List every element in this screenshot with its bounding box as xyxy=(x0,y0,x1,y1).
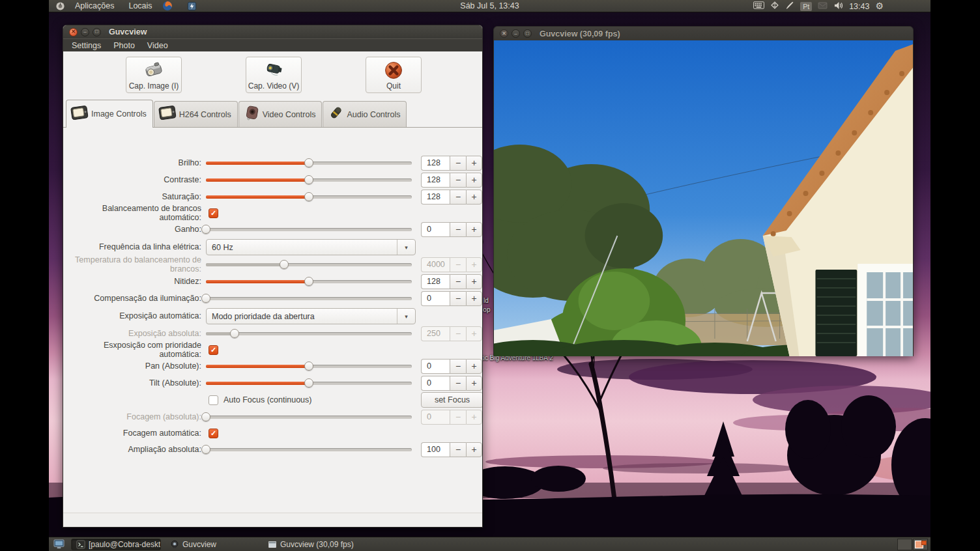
increase-button[interactable]: + xyxy=(466,291,482,306)
set-focus-button[interactable]: set Focus xyxy=(421,392,482,408)
increase-button[interactable]: + xyxy=(466,156,482,171)
decrease-button[interactable]: − xyxy=(450,222,466,237)
increase-button[interactable]: + xyxy=(466,376,482,391)
keyboard-indicator-icon[interactable] xyxy=(753,1,764,11)
value-field[interactable]: 128 xyxy=(421,156,450,171)
menu-aplicacoes[interactable]: Aplicações xyxy=(68,0,121,12)
workspace-1[interactable] xyxy=(897,539,912,550)
value-field[interactable]: 0 xyxy=(421,359,450,374)
decrease-button[interactable]: − xyxy=(450,291,466,306)
maximize-button[interactable]: □ xyxy=(523,29,532,38)
tab-h264-controls[interactable]: H264 Controls xyxy=(154,101,238,127)
slider-brilho[interactable] xyxy=(206,162,412,165)
slider-thumb[interactable] xyxy=(304,175,313,184)
panel-clock[interactable]: 13:43 xyxy=(849,2,869,11)
show-desktop-button[interactable] xyxy=(50,539,67,550)
menu-photo[interactable]: Photo xyxy=(108,40,140,51)
workspace-2[interactable] xyxy=(913,539,928,550)
slider-tilt-absolute[interactable] xyxy=(206,382,412,385)
tablet-stylus-icon[interactable] xyxy=(785,1,794,12)
distributor-logo-icon[interactable] xyxy=(53,0,67,12)
value-field[interactable]: 128 xyxy=(421,274,450,289)
slider-temperatura-do-balanceamento-de-brancos xyxy=(206,263,412,266)
value-field[interactable]: 128 xyxy=(421,173,450,188)
checkbox-auto-focus-continuous[interactable] xyxy=(209,395,218,405)
slider-thumb[interactable] xyxy=(304,378,313,388)
control-row-ganho: Ganho:0−+ xyxy=(66,221,480,238)
mail-icon[interactable] xyxy=(818,2,828,11)
slider-thumb[interactable] xyxy=(201,445,210,454)
decrease-button[interactable]: − xyxy=(450,156,466,171)
preview-titlebar[interactable]: ✕ – □ Guvcview (30,09 fps) xyxy=(494,27,913,40)
value-field[interactable]: 0 xyxy=(421,376,450,391)
value-field[interactable]: 128 xyxy=(421,190,450,205)
close-button[interactable]: ✕ xyxy=(69,28,78,36)
firefox-launcher-icon[interactable] xyxy=(160,0,175,12)
increase-button[interactable]: + xyxy=(466,222,482,237)
value-field: 4000 xyxy=(421,257,450,272)
maximize-button[interactable]: □ xyxy=(93,28,101,36)
decrease-button[interactable]: − xyxy=(450,173,466,188)
slider-nitidez[interactable] xyxy=(206,280,412,283)
checkbox-balanceamento-de-brancos-autom-tico[interactable]: ✓ xyxy=(209,208,218,218)
minimize-button[interactable]: – xyxy=(81,28,89,36)
increase-button: + xyxy=(466,410,482,425)
increase-button[interactable]: + xyxy=(466,190,482,205)
checkbox-esxposi-o-com-prioridade-autom-tica[interactable]: ✓ xyxy=(209,345,218,355)
cap-image-i-button[interactable]: Cap. Image (I) xyxy=(126,57,182,93)
dropdown-value: Modo prioridade da abertura xyxy=(207,309,397,324)
tab-image-controls[interactable]: Image Controls xyxy=(66,100,153,128)
increase-button[interactable]: + xyxy=(466,173,482,188)
value-field[interactable]: 0 xyxy=(421,222,450,237)
keyboard-layout-indicator[interactable]: Pt xyxy=(800,2,812,11)
slider-thumb[interactable] xyxy=(304,361,313,371)
slider-thumb[interactable] xyxy=(201,225,210,234)
tab-label: Audio Controls xyxy=(347,110,400,119)
slider-satura-o[interactable] xyxy=(206,195,412,199)
quit-button[interactable]: Quit xyxy=(366,57,422,93)
value-field[interactable]: 0 xyxy=(421,291,450,306)
app-launcher-icon[interactable] xyxy=(185,0,199,12)
volume-icon[interactable] xyxy=(833,1,843,12)
slider-thumb[interactable] xyxy=(201,294,210,303)
workspace-switcher[interactable] xyxy=(897,539,928,550)
tab-video-controls[interactable]: Video Controls xyxy=(238,101,323,127)
decrease-button[interactable]: − xyxy=(450,442,466,457)
slider-thumb[interactable] xyxy=(304,158,313,167)
increase-button[interactable]: + xyxy=(466,274,482,289)
decrease-button[interactable]: − xyxy=(450,359,466,374)
titlebar[interactable]: ✕ – □ Guvcview xyxy=(63,25,482,38)
control-label: Nitidez: xyxy=(66,277,206,286)
checkbox-focagem-autom-tica[interactable]: ✓ xyxy=(209,429,218,438)
increase-button[interactable]: + xyxy=(466,359,482,374)
increase-button[interactable]: + xyxy=(466,442,482,457)
taskbar-item-paulo-cobra-deskt[interactable]: [paulo@Cobra-deskt... xyxy=(71,539,161,550)
decrease-button: − xyxy=(450,257,466,272)
decrease-button[interactable]: − xyxy=(450,190,466,205)
slider-thumb[interactable] xyxy=(304,192,313,201)
taskbar-item-guvcview[interactable]: Guvcview xyxy=(165,539,259,550)
value-field[interactable]: 100 xyxy=(421,442,450,457)
slider-ganho[interactable] xyxy=(206,228,412,231)
cap-video-v-button[interactable]: Cap. Video (V) xyxy=(246,57,302,93)
slider-contraste[interactable] xyxy=(206,178,412,182)
decrease-button[interactable]: − xyxy=(450,376,466,391)
menu-settings[interactable]: Settings xyxy=(66,40,106,51)
minimize-button[interactable]: – xyxy=(512,29,520,38)
updater-icon[interactable] xyxy=(770,1,779,12)
slider-compensa-o-da-ilumina-o[interactable] xyxy=(206,297,412,300)
menu-video[interactable]: Video xyxy=(142,40,173,51)
control-row-balanceamento-de-brancos-autom-tico: Balanceamento de brancos automático:✓ xyxy=(66,205,480,221)
dropdown-frequ-ncia-da-linha-el-trica[interactable]: 60 Hz▾ xyxy=(206,239,416,255)
tab-audio-controls[interactable]: Audio Controls xyxy=(323,101,407,127)
slider-thumb[interactable] xyxy=(304,277,313,286)
taskbar-item-guvcview-30-09-fps[interactable]: Guvcview (30,09 fps) xyxy=(263,539,360,550)
slider-amplia-o-absoluta[interactable] xyxy=(206,448,412,451)
session-gear-icon[interactable]: ⚙ xyxy=(875,0,884,12)
close-button[interactable]: ✕ xyxy=(500,29,508,38)
decrease-button[interactable]: − xyxy=(450,274,466,289)
desktop-icon-label[interactable]: ld xyxy=(483,297,489,304)
menu-locais[interactable]: Locais xyxy=(122,0,158,12)
dropdown-exposi-o-autom-tica[interactable]: Modo prioridade da abertura▾ xyxy=(206,308,416,324)
slider-pan-absolute[interactable] xyxy=(206,365,412,368)
